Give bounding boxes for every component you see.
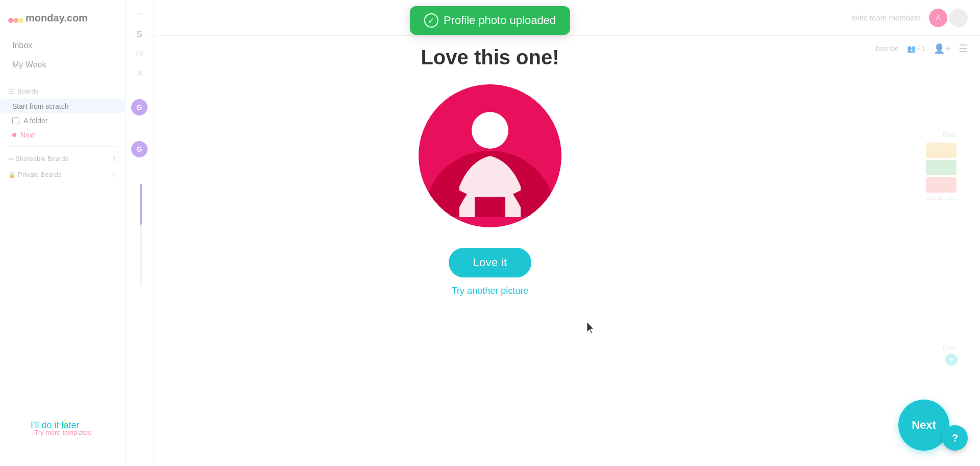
help-button[interactable]: ? [942,425,968,451]
next-button[interactable]: Next [898,400,949,451]
modal-overlay: Love this one! Love it Try another pictu… [0,0,980,466]
ill-do-it-later-link[interactable]: I'll do it later [31,420,79,431]
modal-bottom-row: I'll do it later Next [0,400,980,451]
modal-title: Love this one! [421,46,559,69]
profile-avatar-preview [419,84,561,227]
profile-photo-toast: ✓ Profile photo uploaded [410,6,570,35]
love-it-button[interactable]: Love it [449,248,532,277]
modal-dialog: Love this one! Love it Try another pictu… [311,31,669,332]
toast-message: Profile photo uploaded [444,14,556,27]
toast-check-icon: ✓ [424,13,438,28]
svg-point-4 [472,112,508,149]
try-another-picture-link[interactable]: Try another picture [452,286,528,296]
svg-rect-5 [475,197,505,217]
